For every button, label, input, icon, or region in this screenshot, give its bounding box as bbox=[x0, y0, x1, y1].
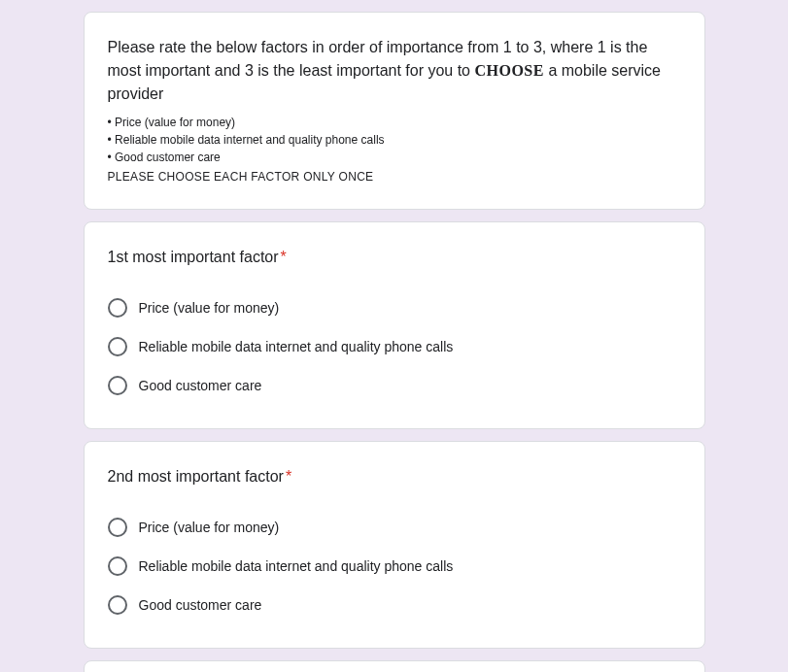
radio-option[interactable]: Good customer care bbox=[108, 366, 681, 405]
intro-bullet: • Reliable mobile data internet and qual… bbox=[108, 131, 681, 149]
option-label: Reliable mobile data internet and qualit… bbox=[139, 556, 454, 576]
radio-icon bbox=[108, 337, 127, 356]
radio-option[interactable]: Price (value for money) bbox=[108, 508, 681, 547]
option-label: Price (value for money) bbox=[139, 298, 280, 318]
option-label: Price (value for money) bbox=[139, 518, 280, 537]
required-mark: * bbox=[286, 468, 291, 485]
intro-card: Please rate the below factors in order o… bbox=[84, 12, 705, 210]
intro-description: • Price (value for money) • Reliable mob… bbox=[108, 114, 681, 185]
intro-title: Please rate the below factors in order o… bbox=[108, 36, 681, 106]
intro-title-choose: CHOOSE bbox=[474, 62, 543, 79]
question-card-3: 3rd most important factor* Price (value … bbox=[84, 660, 705, 672]
option-label: Good customer care bbox=[139, 376, 262, 395]
radio-icon bbox=[108, 556, 127, 576]
radio-option[interactable]: Price (value for money) bbox=[108, 288, 681, 327]
radio-icon bbox=[108, 518, 127, 537]
question-card-2: 2nd most important factor* Price (value … bbox=[84, 441, 705, 649]
radio-icon bbox=[108, 595, 127, 615]
form-container: Please rate the below factors in order o… bbox=[84, 0, 705, 672]
radio-icon bbox=[108, 298, 127, 318]
option-label: Reliable mobile data internet and qualit… bbox=[139, 337, 454, 356]
question-title: 1st most important factor* bbox=[108, 246, 681, 269]
question-title-text: 1st most important factor bbox=[108, 249, 279, 265]
radio-option[interactable]: Reliable mobile data internet and qualit… bbox=[108, 327, 681, 366]
intro-footer: PLEASE CHOOSE EACH FACTOR ONLY ONCE bbox=[108, 168, 681, 185]
intro-bullet: • Price (value for money) bbox=[108, 114, 681, 131]
question-title: 2nd most important factor* bbox=[108, 465, 681, 488]
question-title-text: 2nd most important factor bbox=[108, 468, 284, 485]
required-mark: * bbox=[281, 249, 287, 265]
intro-bullet: • Good customer care bbox=[108, 149, 681, 166]
radio-icon bbox=[108, 376, 127, 395]
question-card-1: 1st most important factor* Price (value … bbox=[84, 221, 705, 429]
radio-option[interactable]: Reliable mobile data internet and qualit… bbox=[108, 547, 681, 586]
radio-option[interactable]: Good customer care bbox=[108, 586, 681, 624]
option-label: Good customer care bbox=[139, 595, 262, 615]
